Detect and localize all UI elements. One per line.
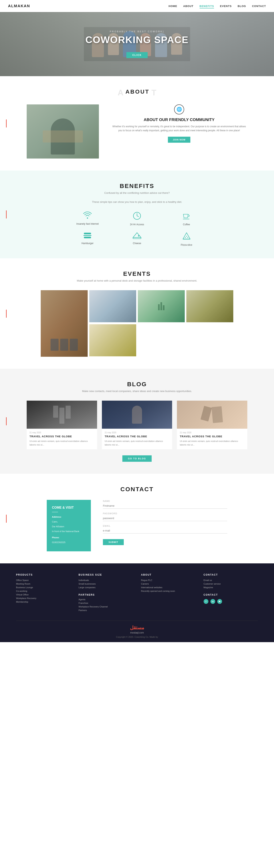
footer-product-6[interactable]: Membership xyxy=(16,601,71,603)
svg-rect-8 xyxy=(133,238,141,239)
facebook-icon[interactable]: f xyxy=(203,599,209,604)
svg-point-10 xyxy=(186,236,187,237)
footer-product-2[interactable]: Business Lounge xyxy=(16,586,71,589)
email-field-group: Email xyxy=(103,525,227,533)
blog-card-body-2: 21 may 2020 TRAVEL ACROSS THE GLOBE Ut e… xyxy=(177,429,247,450)
benefits-grid: Insanely fast Internet 24 Hr Access Co xyxy=(67,211,207,246)
footer-product-4[interactable]: Virtual Office xyxy=(16,593,71,596)
svg-rect-6 xyxy=(84,237,91,238)
events-grid xyxy=(41,290,233,357)
logo-arabic-text: مستقل xyxy=(130,625,144,630)
footer-logo-latin: mostaql.com xyxy=(16,631,258,634)
email-label: Email xyxy=(103,525,227,527)
footer-partner-3[interactable]: Partners xyxy=(79,609,133,612)
name-label: NAME xyxy=(103,500,227,502)
blog-image-2 xyxy=(177,401,247,429)
contact-title: CONTACT xyxy=(16,486,258,493)
about-community-heading: ABOUT OUR FRIENDLY COMMUNITY xyxy=(144,118,214,122)
footer-product-0[interactable]: Office Space xyxy=(16,579,71,581)
blog-post-text-2: Ut enim ad minim veniam, quis nostrud ex… xyxy=(180,439,245,446)
footer-contact-2[interactable]: Magazine xyxy=(203,586,258,589)
footer-about-title: ABOUT xyxy=(141,574,196,576)
hero-cta-button[interactable]: click xyxy=(126,52,148,58)
benefit-cheese: Cheese xyxy=(116,232,158,246)
footer-contact-title: CONTACT xyxy=(203,574,258,576)
nav-blog[interactable]: BLOG xyxy=(238,5,246,8)
blog-card-1: 21 may 2020 TRAVEL ACROSS THE GLOBE Ut e… xyxy=(102,401,172,450)
svg-point-12 xyxy=(187,237,188,238)
contact-submit-button[interactable]: Submit xyxy=(103,539,124,545)
footer-partner-0[interactable]: Agents xyxy=(79,598,133,601)
contact-section: CONTACT COME & VISIT Address: Cairo, Dar… xyxy=(0,474,274,563)
benefit-24h-label: 24 Hr Access xyxy=(130,223,144,226)
email-input[interactable] xyxy=(103,528,227,533)
linkedin-icon[interactable]: in xyxy=(211,599,215,604)
footer-product-1[interactable]: Meeting Room xyxy=(16,583,71,585)
svg-line-2 xyxy=(137,216,139,217)
footer-partner-1[interactable]: Franchise xyxy=(79,602,133,604)
footer-about-3[interactable]: Recently opened and coming soon xyxy=(141,590,196,592)
go-to-blog-button[interactable]: GO TO BLOG xyxy=(122,455,152,462)
blog-card-2: 21 may 2020 TRAVEL ACROSS THE GLOBE Ut e… xyxy=(177,401,247,450)
pizza-icon xyxy=(182,232,191,242)
blog-card-0: 21 may 2020 TRAVEL ACROSS THE GLOBE Ut e… xyxy=(27,401,97,450)
nav-contact[interactable]: CONTACT xyxy=(252,5,266,8)
blog-cta-area: GO TO BLOG xyxy=(16,455,258,462)
benefits-subtitle-1: Confused by all the conflicting nutritio… xyxy=(77,191,197,194)
benefit-internet: Insanely fast Internet xyxy=(67,211,108,226)
about-content: 🌐 ABOUT OUR FRIENDLY COMMUNITY Whether i… xyxy=(27,104,247,158)
benefits-subtitle-2: These simple tips can show you how to pl… xyxy=(77,200,197,204)
about-community-icon: 🌐 xyxy=(174,104,184,115)
benefit-hamburger: Hamburger xyxy=(67,232,108,246)
footer-about-0[interactable]: Regus PLC xyxy=(141,579,196,581)
events-subtitle: Make yourself at home with a personal de… xyxy=(77,279,197,282)
footer-business-list: Individuals Small businesses Large compa… xyxy=(79,579,133,589)
footer-contact-1[interactable]: Customer service xyxy=(203,583,258,585)
join-now-button[interactable]: JOIN NOW xyxy=(168,137,190,143)
benefit-24h: 24 Hr Access xyxy=(116,211,158,226)
benefit-pizza-label: Pizza-slice xyxy=(181,244,192,246)
footer-biz-0[interactable]: Individuals xyxy=(79,579,133,581)
clock-icon xyxy=(133,211,141,221)
hero-title: COWORKING SPACE xyxy=(85,34,189,45)
footer-biz-2[interactable]: Large companies xyxy=(79,586,133,589)
blog-post-text-0: Ut enim ad minim veniam, quis nostrud ex… xyxy=(29,439,94,446)
footer-about-list: Regus PLC Careers International websites… xyxy=(141,579,196,592)
footer-about-1[interactable]: Careers xyxy=(141,583,196,585)
contact-form: NAME Password Email Submit xyxy=(103,500,227,551)
blog-date-2: 21 may 2020 xyxy=(180,432,245,434)
contact-visit-box: COME & VISIT Address: Cairo, Dar AlSalam… xyxy=(47,500,91,551)
blog-title: BLOG xyxy=(16,381,258,388)
footer-contact-list: Email us Customer service Magazine xyxy=(203,579,258,589)
footer-biz-1[interactable]: Small businesses xyxy=(79,583,133,585)
svg-marker-7 xyxy=(133,233,141,238)
nav-home[interactable]: HOME xyxy=(168,5,177,8)
footer-partner-2[interactable]: Workplace Recovery Channel xyxy=(79,606,133,608)
password-input[interactable] xyxy=(103,516,227,521)
blog-image-0 xyxy=(27,401,97,429)
nav-logo[interactable]: ALMAKAN xyxy=(8,4,30,8)
footer-col-products: PRODUCTS Office Space Meeting Room Busin… xyxy=(16,574,71,613)
nav-events[interactable]: EVENTS xyxy=(220,5,232,8)
youtube-icon[interactable]: ▶ xyxy=(217,599,222,604)
name-input[interactable] xyxy=(103,503,227,509)
footer-about-2[interactable]: International websites xyxy=(141,586,196,589)
footer-business-title: BUSINESS SIZE xyxy=(79,574,133,576)
come-visit-heading: COME & VISIT xyxy=(52,506,86,509)
benefits-section: BENEFITS Confused by all the conflicting… xyxy=(0,170,274,258)
contact-divider xyxy=(52,512,58,512)
footer-contact-social-title: CONTACT xyxy=(203,593,258,596)
social-icons-group: f in ▶ xyxy=(203,599,258,604)
events-title: EVENTS xyxy=(16,270,258,277)
events-section: EVENTS Make yourself at home with a pers… xyxy=(0,258,274,369)
coffee-icon xyxy=(183,211,191,221)
benefit-hamburger-label: Hamburger xyxy=(81,242,93,245)
name-field-group: NAME xyxy=(103,500,227,509)
footer-product-3[interactable]: Co-working xyxy=(16,590,71,592)
footer-logo-arabic: مستقل xyxy=(16,625,258,630)
footer-product-5[interactable]: Workplace Recovery xyxy=(16,597,71,599)
nav-benefits[interactable]: BENEFITS xyxy=(199,5,214,8)
nav-about[interactable]: ABOUT xyxy=(183,5,193,8)
blog-post-title-0: TRAVEL ACROSS THE GLOBE xyxy=(29,435,94,438)
footer-contact-0[interactable]: Email us xyxy=(203,579,258,581)
